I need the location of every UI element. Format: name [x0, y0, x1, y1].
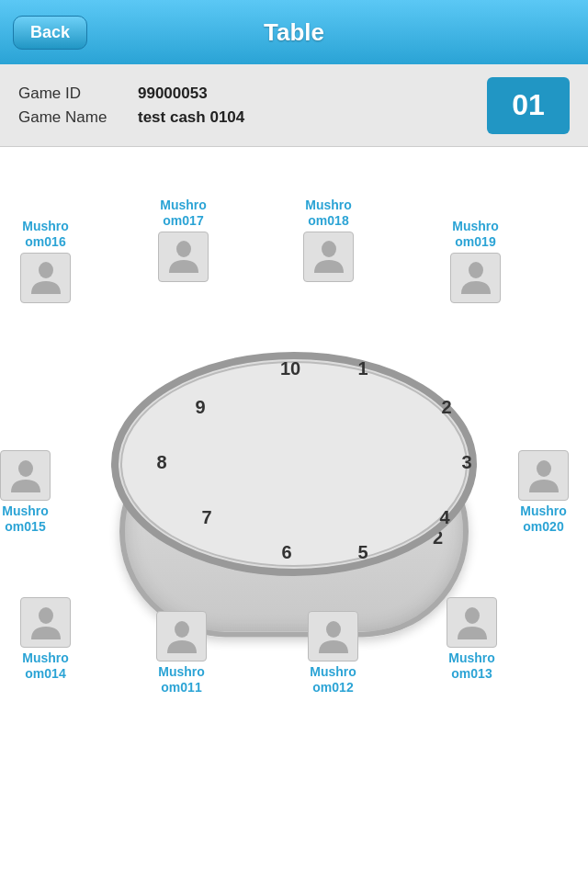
svg-text:10: 10	[280, 358, 300, 379]
player-name-018: Mushroom018	[305, 198, 352, 229]
person-icon-020	[527, 458, 560, 494]
player-name-011: Mushroom011	[158, 664, 205, 695]
player-avatar-013	[447, 597, 497, 648]
player-mushroom020[interactable]: Mushroom020	[518, 450, 569, 535]
header: Back Table	[0, 0, 588, 64]
player-mushroom013[interactable]: Mushroom013	[447, 597, 497, 682]
player-name-016: Mushroom016	[22, 219, 69, 250]
svg-point-6	[326, 621, 341, 638]
person-icon-014	[29, 605, 62, 641]
back-button[interactable]: Back	[13, 16, 87, 50]
svg-point-5	[465, 607, 480, 624]
person-icon-012	[317, 618, 350, 655]
svg-text:9: 9	[195, 397, 205, 417]
person-icon-013	[456, 605, 489, 641]
player-name-019: Mushroom019	[452, 219, 499, 250]
player-mushroom017[interactable]: Mushroom017	[158, 198, 209, 282]
game-id-row: Game ID 99000053	[18, 85, 244, 103]
info-bar: Game ID 99000053 Game Name test cash 010…	[0, 64, 588, 147]
player-avatar-015	[0, 450, 51, 501]
game-name-label: Game Name	[18, 108, 129, 127]
player-name-015: Mushroom015	[2, 503, 49, 535]
svg-point-2	[322, 241, 336, 257]
seat-1: 1	[435, 447, 446, 469]
person-icon-011	[165, 618, 198, 655]
player-avatar-018	[303, 232, 354, 282]
game-id-label: Game ID	[18, 85, 129, 103]
info-fields: Game ID 99000053 Game Name test cash 010…	[18, 85, 244, 127]
player-avatar-020	[518, 450, 569, 501]
player-mushroom019[interactable]: Mushroom019	[450, 219, 501, 303]
page-title: Table	[264, 18, 324, 47]
player-avatar-019	[450, 253, 501, 303]
person-icon-017	[167, 238, 200, 275]
svg-point-4	[537, 460, 551, 477]
player-name-014: Mushroom014	[22, 650, 69, 682]
person-icon-019	[459, 259, 492, 296]
player-avatar-011	[156, 611, 207, 662]
seat-2: 2	[433, 527, 443, 548]
svg-point-1	[176, 241, 191, 257]
player-name-017: Mushroom017	[160, 198, 207, 229]
player-mushroom011[interactable]: Mushroom011	[156, 611, 207, 695]
player-avatar-012	[308, 611, 358, 662]
game-id-value: 99000053	[138, 85, 208, 103]
svg-text:1: 1	[357, 358, 368, 379]
table-area: 10 1 2 Mushroom016 Mushroom017	[0, 147, 588, 882]
player-avatar-014	[20, 597, 71, 648]
seat-10: 10	[334, 447, 355, 469]
player-avatar-017	[158, 232, 209, 282]
svg-point-9	[18, 460, 33, 477]
svg-point-8	[39, 607, 53, 624]
player-mushroom016[interactable]: Mushroom016	[20, 219, 71, 303]
player-mushroom015[interactable]: Mushroom015	[0, 450, 51, 535]
person-icon-015	[9, 458, 42, 494]
svg-point-0	[39, 262, 53, 278]
svg-point-3	[469, 262, 483, 278]
svg-point-7	[175, 621, 189, 638]
player-name-012: Mushroom012	[310, 664, 356, 695]
poker-table: 10 1 2	[119, 425, 469, 637]
player-mushroom018[interactable]: Mushroom018	[303, 198, 354, 282]
player-avatar-016	[20, 253, 71, 303]
player-name-013: Mushroom013	[448, 650, 495, 682]
person-icon-018	[312, 238, 345, 275]
game-name-row: Game Name test cash 0104	[18, 108, 244, 127]
player-name-020: Mushroom020	[520, 503, 567, 535]
game-number-badge: 01	[487, 77, 570, 134]
person-icon-016	[29, 259, 62, 296]
svg-text:2: 2	[441, 397, 451, 417]
player-mushroom012[interactable]: Mushroom012	[308, 611, 358, 695]
player-mushroom014[interactable]: Mushroom014	[20, 597, 71, 682]
game-name-value: test cash 0104	[138, 108, 244, 127]
svg-text:3: 3	[461, 452, 471, 472]
